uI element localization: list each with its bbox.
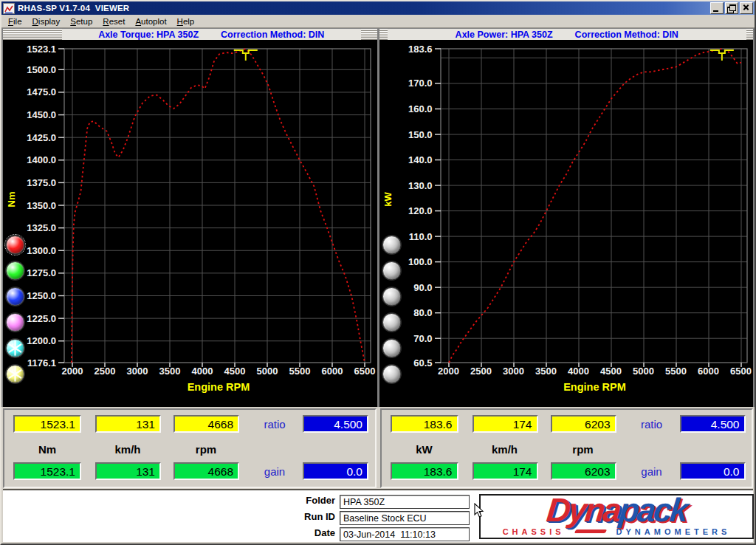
rpm-unit-label: rpm	[172, 443, 240, 456]
plot-led-blue[interactable]	[6, 287, 24, 306]
close-button[interactable]	[740, 2, 753, 14]
torque-chart-title: Axle Torque: HPA 350Z	[98, 30, 199, 40]
menu-bar: File Display Setup Reset Autoplot Help	[1, 15, 755, 28]
y-tick-label: 1450.0	[3, 109, 56, 120]
x-tick-label: 2000	[432, 366, 466, 377]
app-window: RHAS-SP V1.7-04 VIEWER File Display Setu…	[0, 0, 756, 545]
mouse-cursor	[474, 503, 485, 521]
title-bar: RHAS-SP V1.7-04 VIEWER	[1, 1, 755, 15]
chart-cursor-marker[interactable]	[234, 50, 258, 61]
y-tick-label: 150.0	[379, 129, 433, 140]
power-panel-header: Axle Power: HPA 350Z Correction Method: …	[379, 29, 754, 40]
y-tick-label: 1425.0	[3, 132, 56, 143]
run-id-input[interactable]	[340, 511, 470, 525]
gain-value[interactable]: 0.0	[680, 462, 746, 480]
gain-value[interactable]: 0.0	[303, 462, 368, 480]
torque-panel: Axle Torque: HPA 350Z Correction Method:…	[3, 29, 377, 407]
ratio-value[interactable]: 4.500	[303, 415, 368, 433]
menu-setup[interactable]: Setup	[65, 16, 97, 27]
plot-led-gray-1[interactable]	[382, 236, 401, 254]
y-tick-label: 1500.0	[3, 64, 56, 75]
plot-led-green[interactable]	[6, 261, 24, 280]
date-input[interactable]	[340, 527, 470, 541]
run-id-label: Run ID	[276, 511, 335, 522]
torque-peak-value: 1523.1	[13, 415, 81, 433]
x-tick-label: 5500	[659, 366, 693, 377]
power-chart-title: Axle Power: HPA 350Z	[456, 30, 553, 40]
x-tick-label: 5500	[283, 366, 317, 377]
speed-unit-label: km/h	[471, 443, 539, 456]
y-axis-unit-label: Nm	[6, 183, 18, 216]
plot-led-cyan[interactable]	[6, 339, 24, 357]
plot-led-gray-3[interactable]	[382, 287, 401, 306]
y-tick-label: 183.6	[379, 44, 433, 55]
torque-peak-speed: 131	[95, 415, 161, 433]
x-tick-label: 5000	[627, 366, 661, 377]
logo-word-pack: pack	[617, 494, 688, 529]
torque-correction-method: Correction Method: DIN	[221, 30, 324, 40]
logo-swoosh	[574, 529, 606, 533]
chart-canvas	[379, 40, 754, 407]
restore-button[interactable]	[725, 2, 738, 14]
menu-file[interactable]: File	[3, 16, 27, 27]
x-tick-label: 5000	[250, 366, 284, 377]
gain-label: gain	[630, 465, 674, 478]
plot-led-gray-6[interactable]	[382, 365, 401, 383]
plot-led-yellow[interactable]	[6, 365, 24, 383]
x-tick-label: 4500	[594, 366, 628, 377]
chart-canvas	[3, 40, 377, 407]
axle-torque-curve	[72, 49, 365, 363]
power-readout-panel: 183.6 174 6203 ratio 4.500 kW km/h rpm 1…	[380, 408, 754, 488]
torque-peak-rpm: 4668	[173, 415, 239, 433]
chart-cursor-marker[interactable]	[709, 50, 733, 61]
torque-panel-header: Axle Torque: HPA 350Z Correction Method:…	[3, 29, 377, 40]
x-axis-label: Engine RPM	[543, 381, 647, 393]
power-cursor-speed: 174	[472, 462, 538, 480]
minimize-button[interactable]	[710, 2, 724, 14]
y-tick-label: 1325.0	[3, 222, 56, 233]
x-tick-label: 2500	[464, 366, 498, 377]
menu-help[interactable]: Help	[172, 16, 200, 27]
menu-reset[interactable]: Reset	[97, 16, 130, 27]
power-peak-value: 183.6	[391, 415, 458, 433]
power-unit-label: kW	[391, 443, 458, 456]
plot-led-magenta[interactable]	[6, 313, 24, 332]
menu-autoplot[interactable]: Autoplot	[130, 16, 171, 27]
x-tick-label: 6000	[315, 366, 349, 377]
torque-chart-plot[interactable]: 1523.11500.01475.01450.01425.01400.01375…	[3, 40, 377, 407]
x-tick-label: 3000	[497, 366, 531, 377]
date-label: Date	[276, 527, 335, 538]
x-tick-label: 2000	[55, 366, 89, 377]
folder-input[interactable]	[340, 495, 470, 509]
x-tick-label: 3500	[529, 366, 563, 377]
readout-region: 1523.1 131 4668 ratio 4.500 Nm km/h rpm …	[1, 407, 755, 488]
plot-led-red[interactable]	[6, 236, 24, 254]
gain-label: gain	[252, 465, 297, 478]
power-chart-plot[interactable]: 183.6170.0160.0150.0140.0130.0120.0110.0…	[379, 40, 754, 407]
chart-region: Axle Torque: HPA 350Z Correction Method:…	[1, 28, 755, 407]
torque-cursor-speed: 131	[95, 462, 161, 480]
window-title: RHAS-SP V1.7-04 VIEWER	[18, 4, 709, 13]
power-cursor-rpm: 6203	[551, 462, 616, 480]
x-tick-label: 3500	[153, 366, 187, 377]
x-tick-label: 4000	[562, 366, 596, 377]
torque-cursor-value: 1523.1	[13, 462, 81, 480]
torque-unit-label: Nm	[13, 443, 81, 456]
dynapack-logo: Dynapack CHASSIS DYNAMOMETERS	[479, 494, 754, 539]
power-cursor-value: 183.6	[391, 462, 458, 480]
plot-led-gray-4[interactable]	[382, 313, 401, 332]
x-tick-label: 6500	[724, 366, 754, 377]
y-tick-label: 170.0	[379, 78, 433, 89]
ratio-value[interactable]: 4.500	[680, 415, 746, 433]
menu-display[interactable]: Display	[27, 16, 66, 27]
x-tick-label: 4500	[218, 366, 252, 377]
x-tick-label: 6500	[348, 366, 377, 377]
plot-led-gray-2[interactable]	[382, 261, 401, 280]
plot-led-gray-5[interactable]	[382, 339, 401, 357]
y-tick-label: 1475.0	[3, 86, 56, 97]
x-tick-label: 3000	[120, 366, 154, 377]
y-tick-label: 1400.0	[3, 154, 56, 165]
power-correction-method: Correction Method: DIN	[575, 30, 678, 40]
rpm-unit-label: rpm	[549, 443, 617, 456]
logo-word-dyna: Dyna	[545, 494, 621, 529]
